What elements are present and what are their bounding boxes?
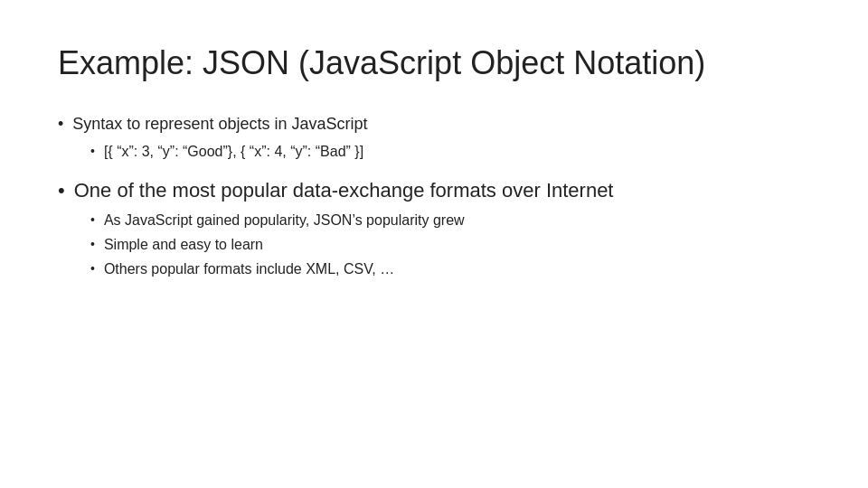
slide-content: • Syntax to represent objects in JavaScr… (58, 111, 810, 282)
bullet-2: • One of the most popular data-exchange … (58, 174, 810, 206)
bullet-2-2-text: Simple and easy to learn (104, 234, 263, 257)
bullet-2-text: One of the most popular data-exchange fo… (74, 174, 614, 206)
bullet-2-marker: • (58, 174, 65, 206)
bullet-2-3-text: Others popular formats include XML, CSV,… (104, 258, 394, 281)
bullet-2-3: • Others popular formats include XML, CS… (90, 258, 810, 281)
bullet-2-2-marker: • (90, 234, 95, 256)
bullet-2-3-marker: • (90, 258, 95, 280)
bullet-1-1: • [{ “x”: 3, “y”: “Good”}, { “x”: 4, “y”… (90, 141, 810, 164)
bullet-1-marker: • (58, 111, 63, 137)
bullet-1-subs: • [{ “x”: 3, “y”: “Good”}, { “x”: 4, “y”… (58, 141, 810, 165)
bullet-1: • Syntax to represent objects in JavaScr… (58, 111, 810, 137)
slide: Example: JSON (JavaScript Object Notatio… (0, 0, 868, 488)
bullet-2-1: • As JavaScript gained popularity, JSON’… (90, 210, 810, 232)
bullet-2-1-text: As JavaScript gained popularity, JSON’s … (104, 210, 465, 232)
bullet-1-1-text: [{ “x”: 3, “y”: “Good”}, { “x”: 4, “y”: … (104, 141, 363, 164)
bullet-2-1-marker: • (90, 210, 95, 231)
bullet-2-subs: • As JavaScript gained popularity, JSON’… (58, 210, 810, 282)
slide-title: Example: JSON (JavaScript Object Notatio… (58, 43, 810, 82)
bullet-1-1-marker: • (90, 141, 95, 163)
bullet-2-2: • Simple and easy to learn (90, 234, 810, 257)
bullet-1-text: Syntax to represent objects in JavaScrip… (72, 111, 367, 137)
